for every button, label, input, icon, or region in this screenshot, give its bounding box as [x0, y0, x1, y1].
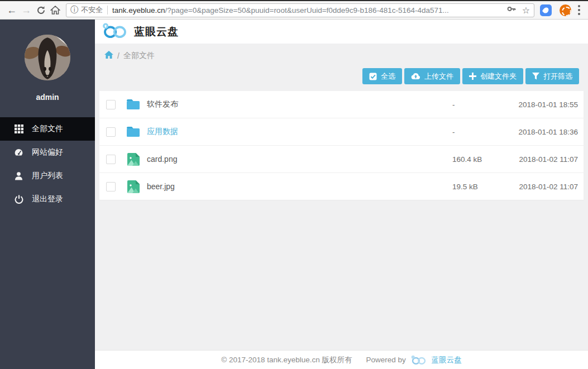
sidebar-item-logout[interactable]: 退出登录 — [0, 188, 95, 211]
breadcrumb-current: 全部文件 — [123, 51, 155, 61]
url-domain: tank.eyeblue.cn — [112, 6, 165, 15]
upload-file-button[interactable]: 上传文件 — [404, 68, 460, 84]
copyright-text: © 2017-2018 tank.eyeblue.cn 版权所有 — [221, 355, 352, 365]
security-label[interactable]: 不安全 — [81, 5, 103, 15]
image-file-icon — [126, 153, 140, 166]
bookmark-star-icon[interactable]: ☆ — [522, 5, 530, 16]
row-checkbox[interactable] — [106, 127, 116, 137]
image-file-icon — [126, 180, 140, 193]
powered-by-text: Powered by — [366, 356, 406, 364]
file-row[interactable]: 软件发布 - 2018-01-01 18:55 — [99, 91, 584, 118]
select-all-button[interactable]: 全选 — [362, 68, 402, 84]
sidebar-item-site-preferences[interactable]: 网站偏好 — [0, 141, 95, 164]
file-size: 19.5 kB — [452, 183, 508, 191]
sidebar-item-user-list[interactable]: 用户列表 — [0, 164, 95, 188]
app-window: admin 全部文件 网站偏好 用户列表 — [0, 20, 588, 369]
cloud-upload-icon — [411, 73, 420, 80]
file-date: 2018-01-02 11:07 — [508, 155, 578, 164]
file-name[interactable]: beer.jpg — [147, 182, 452, 191]
page-footer: © 2017-2018 tank.eyeblue.cn 版权所有 Powered… — [95, 350, 588, 369]
home-breadcrumb-icon[interactable] — [104, 51, 113, 61]
main-content: 蓝眼云盘 / 全部文件 全选 上传文件 — [95, 20, 588, 369]
button-label: 全选 — [381, 71, 395, 82]
reload-icon[interactable] — [34, 3, 48, 17]
file-size: - — [452, 100, 508, 109]
power-icon — [14, 195, 23, 204]
button-label: 上传文件 — [424, 71, 453, 82]
folder-icon — [126, 99, 140, 110]
info-icon[interactable]: ⓘ — [70, 5, 78, 15]
avatar[interactable] — [25, 35, 70, 80]
breadcrumb-separator: / — [117, 51, 119, 60]
filter-icon — [532, 73, 539, 80]
sidebar-item-label: 网站偏好 — [32, 147, 63, 157]
checkbox-icon — [369, 73, 377, 80]
browser-menu-icon[interactable] — [575, 3, 584, 17]
sidebar-item-all-files[interactable]: 全部文件 — [0, 117, 95, 141]
open-filter-button[interactable]: 打开筛选 — [525, 68, 579, 84]
file-name[interactable]: 软件发布 — [147, 99, 452, 109]
file-date: 2018-01-01 18:36 — [508, 128, 578, 136]
grid-icon — [14, 124, 23, 133]
folder-icon — [126, 126, 140, 137]
button-label: 打开筛选 — [543, 71, 572, 82]
file-name[interactable]: 应用数据 — [147, 127, 452, 137]
extension-blue-icon[interactable] — [540, 4, 552, 16]
footer-brand-link[interactable]: 蓝眼云盘 — [432, 355, 462, 365]
app-logo — [102, 22, 128, 41]
extension-orange-icon[interactable] — [560, 4, 571, 16]
sidebar-item-label: 全部文件 — [32, 124, 63, 134]
file-name[interactable]: card.png — [147, 155, 452, 164]
sidebar-username: admin — [0, 93, 95, 102]
action-toolbar: 全选 上传文件 创建文件夹 打开筛选 — [95, 61, 588, 84]
file-size: - — [452, 128, 508, 136]
file-size: 160.4 kB — [452, 155, 508, 164]
back-icon[interactable]: ← — [4, 3, 19, 17]
sidebar-item-label: 退出登录 — [32, 194, 63, 204]
sidebar: admin 全部文件 网站偏好 用户列表 — [0, 20, 95, 369]
file-row[interactable]: beer.jpg 19.5 kB 2018-01-02 11:07 — [99, 173, 584, 200]
create-folder-button[interactable]: 创建文件夹 — [462, 68, 523, 84]
file-list: 软件发布 - 2018-01-01 18:55 应用数据 - 2018-01-0… — [99, 91, 584, 200]
url-path: /?page=0&pageSize=50&puuid=root&userUuid… — [165, 6, 449, 15]
app-header: 蓝眼云盘 — [95, 20, 588, 44]
url-text[interactable]: tank.eyeblue.cn/?page=0&pageSize=50&puui… — [112, 6, 503, 15]
address-bar[interactable]: ⓘ 不安全 tank.eyeblue.cn/?page=0&pageSize=5… — [66, 3, 534, 17]
browser-toolbar: ← → ⓘ 不安全 tank.eyeblue.cn/?page=0&pageSi… — [0, 1, 588, 20]
file-row[interactable]: 应用数据 - 2018-01-01 18:36 — [99, 118, 584, 146]
button-label: 创建文件夹 — [480, 71, 517, 82]
file-date: 2018-01-01 18:55 — [508, 100, 578, 109]
sidebar-item-label: 用户列表 — [32, 171, 63, 181]
row-checkbox[interactable] — [106, 100, 116, 109]
address-divider — [107, 6, 108, 15]
user-icon — [14, 171, 23, 180]
home-icon[interactable] — [48, 3, 63, 17]
row-checkbox[interactable] — [106, 182, 116, 191]
file-date: 2018-01-02 11:07 — [508, 183, 578, 191]
footer-logo — [411, 355, 427, 365]
row-checkbox[interactable] — [106, 155, 116, 164]
breadcrumb: / 全部文件 — [95, 44, 588, 61]
sidebar-menu: 全部文件 网站偏好 用户列表 退出登录 — [0, 117, 95, 211]
app-title: 蓝眼云盘 — [134, 25, 179, 39]
forward-icon[interactable]: → — [19, 3, 34, 17]
dashboard-icon — [14, 148, 23, 157]
plus-icon — [469, 73, 476, 80]
file-row[interactable]: card.png 160.4 kB 2018-01-02 11:07 — [99, 146, 584, 173]
key-icon[interactable] — [506, 4, 517, 16]
